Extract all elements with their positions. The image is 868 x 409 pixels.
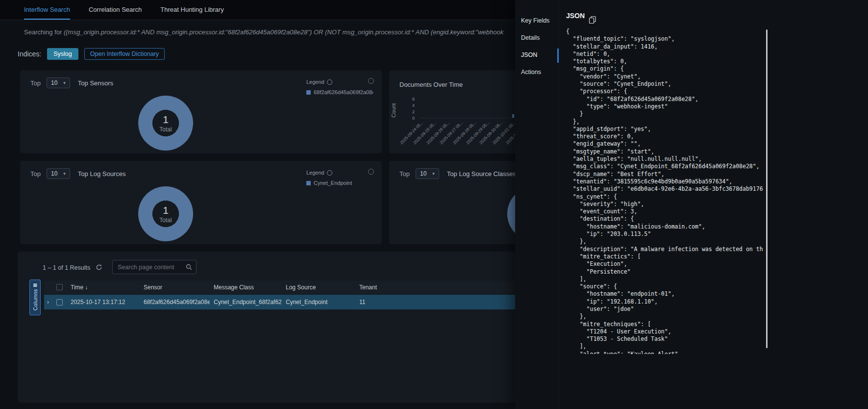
donut-total-label: Total: [159, 217, 172, 224]
record-detail-panel: Key Fields Details JSON Actions JSON { "…: [515, 0, 868, 409]
grid-icon: ▦: [33, 282, 37, 287]
top-sensors-panel: Top 10▾ Top Sensors Legend 68f2af626d45a…: [20, 70, 382, 153]
row-select-cell: [52, 299, 67, 306]
expand-row-icon[interactable]: ›: [47, 298, 49, 306]
legend-item[interactable]: 68f2af626d45a069f2a08e28: [306, 89, 373, 95]
top-sensors-donut-chart[interactable]: 1 Total: [138, 96, 193, 151]
y-axis-tick-label: 2: [401, 109, 415, 115]
cell-time: 2025-10-17 13:17:12: [67, 299, 140, 306]
cell-message-class: Cynet_Endpoint_68f2af626d45a069f2a08e28: [210, 299, 282, 306]
legend-toggle[interactable]: Legend: [306, 170, 373, 176]
top-count-select[interactable]: 10▾: [416, 168, 439, 179]
top-sensors-title: Top Sensors: [78, 79, 113, 87]
top-label: Top: [399, 170, 410, 178]
search-summary-prefix: Searching for: [24, 28, 64, 36]
cell-sensor: 68f2af626d45a069f2a08e28: [140, 299, 210, 306]
top-count-value: 10: [51, 170, 57, 177]
columns-button[interactable]: ▦ Columns: [29, 280, 41, 315]
detail-nav: Key Fields Details JSON Actions: [515, 0, 559, 409]
chevron-down-icon: ▾: [63, 80, 66, 85]
column-header-sensor[interactable]: Sensor: [140, 284, 210, 291]
top-label: Top: [30, 79, 41, 87]
column-header-time[interactable]: Time↓: [67, 284, 140, 291]
legend-swatch: [306, 90, 311, 95]
sort-desc-icon: ↓: [85, 284, 88, 291]
top-log-source-classes-title: Top Log Source Classes: [447, 170, 516, 178]
top-log-sources-title: Top Log Sources: [78, 170, 126, 178]
json-content[interactable]: { "fluentd_topic": "syslogjson", "stella…: [566, 28, 766, 354]
top-sensors-legend: Legend 68f2af626d45a069f2a08e28: [306, 79, 373, 95]
legend-info-icon: [327, 79, 332, 85]
time-header-label: Time: [71, 284, 83, 291]
y-axis-tick-label: 0: [401, 115, 415, 122]
top-log-source-classes-header: Top 10▾ Top Log Source Classes: [399, 168, 516, 179]
indices-label: Indices:: [18, 50, 41, 58]
tab-interflow-search[interactable]: Interflow Search: [24, 0, 70, 20]
detail-nav-details[interactable]: Details: [515, 30, 558, 47]
top-log-sources-panel: Top 10▾ Top Log Sources Legend Cynet_End…: [20, 161, 382, 244]
tab-correlation-search[interactable]: Correlation Search: [89, 0, 142, 20]
columns-button-label: Columns: [32, 289, 38, 310]
search-summary: Searching for ((msg_origin.processor.id:…: [24, 28, 503, 36]
search-page-content-input[interactable]: [112, 260, 197, 274]
detail-nav-json[interactable]: JSON: [515, 47, 558, 64]
histogram-bar: [512, 114, 514, 118]
panel-radio-icon[interactable]: [368, 169, 374, 175]
cell-log-source: Cynet_Endpoint: [282, 299, 355, 306]
copy-icon[interactable]: [589, 16, 596, 26]
donut-total-value: 1: [163, 204, 169, 216]
top-count-select[interactable]: 10▾: [47, 77, 70, 88]
top-label: Top: [30, 170, 41, 178]
json-section-title: JSON: [566, 12, 585, 20]
legend-swatch: [306, 181, 311, 185]
refresh-icon[interactable]: [96, 264, 102, 273]
top-log-sources-header: Top 10▾ Top Log Sources: [30, 168, 125, 179]
legend-item-label: Cynet_Endpoint: [314, 180, 352, 186]
documents-over-time-title: Documents Over Time: [399, 81, 463, 88]
chevron-down-icon: ▾: [432, 171, 435, 176]
panel-radio-icon[interactable]: [368, 78, 374, 84]
top-count-value: 10: [420, 170, 426, 177]
top-count-value: 10: [51, 79, 57, 86]
top-log-sources-legend: Legend Cynet_Endpoint: [306, 170, 373, 186]
json-scrollbar[interactable]: [766, 29, 768, 348]
detail-nav-actions[interactable]: Actions: [515, 64, 558, 81]
legend-item-label: 68f2af626d45a069f2a08e28: [314, 89, 373, 95]
select-all-cell: [52, 284, 67, 290]
search-query-text: ((msg_origin.processor.id:* AND msg_orig…: [64, 28, 503, 36]
top-log-sources-donut-chart[interactable]: 1 Total: [138, 186, 193, 241]
tab-threat-hunting-library[interactable]: Threat Hunting Library: [160, 0, 223, 20]
donut-total-label: Total: [159, 126, 172, 133]
column-header-log-source[interactable]: Log Source: [282, 284, 355, 291]
top-sensors-header: Top 10▾ Top Sensors: [30, 77, 113, 88]
detail-nav-key-fields[interactable]: Key Fields: [515, 13, 558, 30]
legend-item[interactable]: Cynet_Endpoint: [306, 180, 373, 186]
results-count: 1 – 1 of 1 Results: [43, 264, 90, 271]
chevron-down-icon: ▾: [63, 171, 66, 176]
legend-info-icon: [327, 170, 332, 176]
legend-label: Legend: [306, 79, 324, 85]
donut-total-value: 1: [163, 114, 169, 126]
y-axis-tick-label: 6: [401, 96, 415, 102]
column-header-message-class[interactable]: Message Class: [210, 284, 282, 291]
index-syslog-button[interactable]: Syslog: [47, 48, 78, 60]
y-axis-tick-label: 4: [401, 102, 415, 109]
legend-label: Legend: [306, 170, 324, 176]
indices-row: Indices: Syslog Open Interflow Dictionar…: [18, 48, 165, 60]
row-expander-cell: ›: [44, 299, 52, 306]
y-axis-ticks: 6 4 2 0: [401, 96, 415, 122]
app-screen: Interflow Search Correlation Search Thre…: [0, 0, 868, 409]
top-count-select[interactable]: 10▾: [47, 168, 70, 179]
open-interflow-dictionary-button[interactable]: Open Interflow Dictionary: [84, 48, 165, 60]
row-checkbox[interactable]: [56, 299, 63, 306]
legend-toggle[interactable]: Legend: [306, 79, 373, 85]
select-all-checkbox[interactable]: [56, 284, 63, 290]
y-axis-label: Count: [391, 103, 397, 117]
